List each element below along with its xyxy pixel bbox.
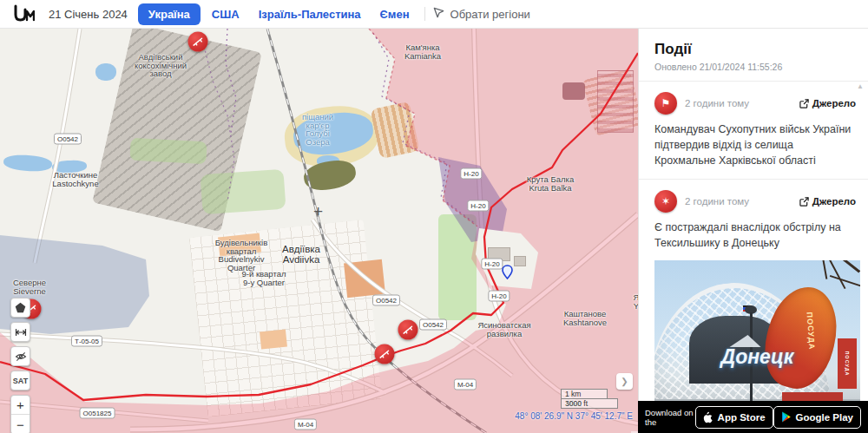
app-download-bar: Download on the App Store Google Play	[638, 401, 868, 433]
source-link[interactable]: Джерело	[799, 98, 856, 108]
map-place-label: БудівельниківкварталBudivelnykivQuarter	[215, 239, 267, 272]
liveuamap-app: 21 Січень 2024 УкраїнаСШАІзраїль-Палести…	[0, 0, 868, 433]
google-play-label: Google Play	[796, 412, 853, 423]
scale-bar: 1 km 3000 ft	[561, 389, 618, 409]
source-label: Джерело	[812, 98, 856, 108]
photo-tree-branch	[819, 260, 828, 279]
liveuamap-logo[interactable]	[12, 4, 35, 24]
road-ref-badge: Н-20	[488, 291, 510, 302]
map-place-label: СевернеSieverne	[13, 279, 46, 295]
event-text: Командувач Сухопутних військ України під…	[654, 122, 856, 168]
event-card[interactable]: ✶ 2 години тому Джерело Є постраждалі вн…	[654, 180, 856, 413]
photo-watermark: Донецк	[654, 345, 860, 369]
map-place-label: Кам'янкаKamianka	[404, 43, 441, 60]
draw-polygon-button[interactable]	[10, 298, 30, 318]
select-regions-label: Обрати регіони	[450, 8, 530, 21]
app-store-button[interactable]: App Store	[695, 406, 773, 429]
map-place-label: КаштановеKashtanove	[563, 310, 607, 326]
ruined-structure	[597, 70, 634, 133]
map-place-label: АвдіївкаAvdiivka	[282, 244, 320, 265]
current-date[interactable]: 21 Січень 2024	[49, 8, 128, 21]
sidebar-title: Події	[654, 41, 856, 58]
google-play-icon	[781, 411, 792, 423]
tab-ізраїль-палестина[interactable]: Ізраїль-Палестина	[251, 4, 369, 24]
scale-ft: 3000 ft	[561, 398, 618, 409]
map-canvas[interactable]: + АвдіївськийкоксохімічнийзаводКам'янкаK…	[0, 29, 638, 433]
event-photo[interactable]: ПОСУДА ПОСУДА Донецк	[654, 260, 860, 413]
road-ref-badge: Н-20	[467, 200, 489, 212]
event-card[interactable]: ⚑ 2 години тому Джерело Командувач Сухоп…	[654, 82, 856, 168]
event-time: 2 години тому	[685, 196, 799, 207]
divider	[424, 7, 425, 21]
road-ref-badge: О0542	[54, 134, 82, 145]
panel-toggle-button[interactable]: ❯	[616, 373, 633, 390]
pocket-building	[514, 256, 526, 266]
tab-україна[interactable]: Україна	[138, 3, 201, 25]
zoom-in-button[interactable]: +	[11, 396, 30, 415]
hide-markers-button[interactable]	[10, 346, 30, 366]
event-time: 2 години тому	[685, 98, 799, 108]
external-link-icon	[799, 197, 809, 207]
top-bar: 21 Січень 2024 УкраїнаСШАІзраїль-Палести…	[0, 0, 868, 29]
updated-timestamp: Оновлено 21/01/2024 11:55:26	[654, 62, 856, 72]
app-store-label: App Store	[718, 412, 766, 423]
combat-event-marker[interactable]	[375, 344, 395, 364]
google-play-button[interactable]: Google Play	[773, 406, 861, 429]
map-place-label: Авдіївськийкоксохімічнийзавод	[135, 53, 187, 78]
apple-icon	[703, 411, 713, 423]
map-place-label: Ясиноватскаяразвилка	[477, 321, 530, 338]
scroll-up-caret[interactable]: ▲	[857, 82, 864, 90]
map-place-label: 9-й квартал9-y Quarter	[242, 270, 286, 286]
map-place-label: Крута БалкаKruta Balka	[527, 175, 574, 192]
photo-tree-branch	[815, 260, 860, 272]
select-regions-button[interactable]: Обрати регіони	[432, 6, 530, 22]
source-link[interactable]: Джерело	[799, 196, 856, 207]
zoom-out-button[interactable]: −	[11, 415, 30, 433]
road-ref-badge: М-04	[454, 379, 477, 390]
tab-ємен[interactable]: Ємен	[372, 4, 418, 24]
road-ref-badge: О051825	[80, 408, 115, 419]
zoom-controls: + −	[10, 395, 30, 433]
map-controls: SAT + −	[10, 298, 30, 433]
flag-marker-icon: ⚑	[654, 92, 677, 115]
event-text: Є постраждалі внаслідок обстрілу на Текс…	[654, 220, 856, 252]
road-ref-badge: О0542	[372, 295, 400, 306]
road-ref-badge: Т-05-05	[71, 336, 102, 347]
map-center-crosshair: +	[313, 202, 323, 221]
road-ref-badge: О0542	[419, 319, 447, 331]
road-ref-badge: М-04	[294, 419, 317, 430]
combat-event-marker[interactable]	[398, 320, 418, 340]
source-label: Джерело	[812, 196, 856, 207]
map-place-label: ЛасточкинеLastochkyne	[52, 171, 98, 187]
combat-event-marker[interactable]	[188, 32, 208, 52]
satellite-layer-button[interactable]: SAT	[10, 371, 30, 390]
cursor-icon	[432, 6, 445, 22]
tab-сша[interactable]: США	[204, 4, 247, 24]
map-place-label: піщанийкар'єрГолубіОзера	[302, 113, 333, 146]
external-link-icon	[799, 99, 809, 108]
download-prefix: Download on the	[645, 408, 695, 427]
road-ref-badge: Н-20	[460, 168, 482, 180]
events-sidebar: Події Оновлено 21/01/2024 11:55:26 ▲ ⚑ 2…	[638, 29, 868, 433]
region-tabs: УкраїнаСШАІзраїль-ПалестинаЄмен	[138, 3, 418, 25]
road-ref-badge: Н-20	[481, 259, 503, 270]
ruined-structure	[562, 82, 585, 100]
measure-distance-button[interactable]	[10, 322, 30, 342]
explosion-marker-icon: ✶	[654, 190, 677, 213]
cursor-coordinates: 48° 08' 26.9" N 37° 45' 12.7" E	[515, 411, 633, 421]
